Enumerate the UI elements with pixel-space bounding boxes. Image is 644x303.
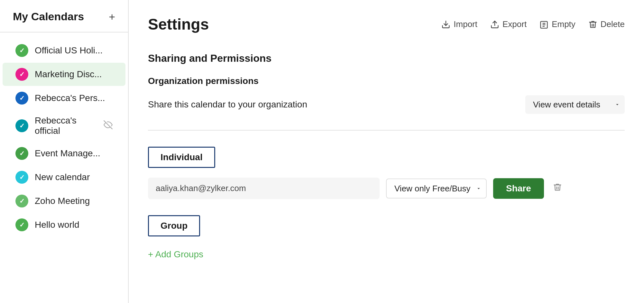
sidebar-item-label-event-manage: Event Manage... (35, 148, 100, 159)
divider (148, 130, 625, 131)
calendar-icon-rebeccas-official: ✓ (15, 119, 28, 132)
calendar-icon-event-manage: ✓ (15, 147, 28, 160)
sidebar-item-label-marketing-disc: Marketing Disc... (35, 69, 102, 79)
sidebar-header: My Calendars + (0, 10, 128, 32)
sharing-section-title: Sharing and Permissions (148, 52, 625, 64)
sidebar-item-rebeccas-official[interactable]: ✓Rebecca's official (3, 110, 125, 141)
header-actions: ImportExportEmptyDelete (441, 19, 625, 29)
add-calendar-button[interactable]: + (109, 11, 115, 22)
sidebar-item-label-hello-world: Hello world (35, 220, 79, 230)
page-title: Settings (148, 15, 209, 33)
sidebar-item-new-calendar[interactable]: ✓New calendar (3, 166, 125, 189)
delete-label: Delete (601, 19, 625, 29)
org-permissions-label: Organization permissions (148, 76, 625, 86)
org-permission-select[interactable]: View event detailsView only Free/BusyCan… (525, 95, 625, 114)
sidebar-item-zoho-meeting[interactable]: ✓Zoho Meeting (3, 189, 125, 213)
sidebar-item-label-new-calendar: New calendar (35, 172, 90, 182)
export-label: Export (502, 19, 527, 29)
main-content: Settings ImportExportEmptyDelete Sharing… (129, 0, 644, 303)
share-button[interactable]: Share (493, 178, 544, 199)
group-tabs: Group (148, 215, 625, 236)
tab-individual[interactable]: Individual (148, 147, 215, 168)
calendar-icon-new-calendar: ✓ (15, 171, 28, 184)
calendar-icon-rebeccas-pers: ✓ (15, 92, 28, 105)
import-button[interactable]: Import (441, 19, 477, 29)
calendar-list: ✓Official US Holi...✓Marketing Disc...✓R… (0, 32, 128, 243)
sidebar-item-hello-world[interactable]: ✓Hello world (3, 213, 125, 236)
calendar-icon-official-us: ✓ (15, 44, 28, 57)
export-button[interactable]: Export (490, 19, 527, 29)
individual-permission-select[interactable]: View only Free/BusyView event detailsCan… (386, 179, 487, 198)
delete-share-button[interactable] (550, 180, 565, 197)
sidebar-item-official-us[interactable]: ✓Official US Holi... (3, 39, 125, 62)
tab-group[interactable]: Group (148, 215, 200, 236)
sidebar-item-label-rebeccas-pers: Rebecca's Pers... (35, 93, 105, 103)
sidebar-item-event-manage[interactable]: ✓Event Manage... (3, 142, 125, 165)
email-field[interactable] (148, 178, 380, 199)
sidebar-title: My Calendars (13, 10, 84, 23)
delete-button[interactable]: Delete (588, 19, 625, 29)
sidebar: My Calendars + ✓Official US Holi...✓Mark… (0, 0, 129, 303)
add-groups-button[interactable]: + Add Groups (148, 246, 203, 263)
import-label: Import (454, 19, 477, 29)
empty-label: Empty (552, 19, 575, 29)
main-header: Settings ImportExportEmptyDelete (148, 15, 625, 33)
org-permissions-row: Share this calendar to your organization… (148, 95, 625, 114)
empty-button[interactable]: Empty (539, 19, 575, 29)
sidebar-item-label-official-us: Official US Holi... (35, 45, 103, 56)
org-share-text: Share this calendar to your organization (148, 99, 307, 110)
sidebar-item-label-zoho-meeting: Zoho Meeting (35, 196, 90, 206)
calendar-icon-hello-world: ✓ (15, 218, 28, 231)
individual-tabs: Individual (148, 147, 625, 168)
calendar-icon-marketing-disc: ✓ (15, 68, 28, 81)
calendar-icon-zoho-meeting: ✓ (15, 195, 28, 207)
eye-icon-rebeccas-official[interactable] (104, 120, 113, 132)
sidebar-item-label-rebeccas-official: Rebecca's official (35, 115, 104, 136)
sidebar-item-marketing-disc[interactable]: ✓Marketing Disc... (3, 63, 125, 86)
sidebar-item-rebeccas-pers[interactable]: ✓Rebecca's Pers... (3, 87, 125, 110)
sharing-row: View only Free/BusyView event detailsCan… (148, 178, 625, 199)
